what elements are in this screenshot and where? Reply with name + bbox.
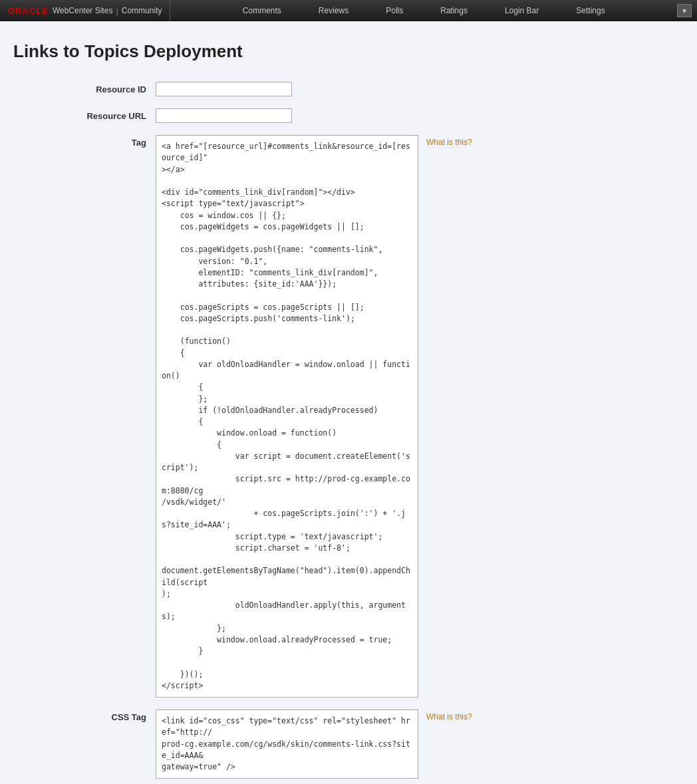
nav-login-bar[interactable]: Login Bar — [486, 0, 557, 21]
tag-label: Tag — [67, 135, 146, 148]
nav-settings[interactable]: Settings — [557, 0, 623, 21]
brand-webcenter: WebCenter Sites — [53, 6, 113, 15]
nav-polls[interactable]: Polls — [367, 0, 422, 21]
resource-id-label: Resource ID — [67, 84, 146, 94]
main-content: Links to Topics Deployment Resource ID R… — [0, 21, 697, 784]
brand-area: ORACLE WebCenter Sites | Community — [0, 0, 170, 21]
tag-row: Tag <a href="[resource_url]#comments_lin… — [13, 135, 684, 698]
tag-code-box: <a href="[resource_url]#comments_link&re… — [156, 135, 418, 698]
tag-what-is-this[interactable]: What is this? — [426, 135, 472, 147]
nav-reviews[interactable]: Reviews — [300, 0, 367, 21]
css-tag-row: CSS Tag <link id="cos_css" type="text/cs… — [13, 710, 684, 779]
css-tag-label: CSS Tag — [67, 710, 146, 722]
css-tag-what-is-this[interactable]: What is this? — [426, 710, 472, 721]
nav-ratings[interactable]: Ratings — [422, 0, 486, 21]
resource-url-label: Resource URL — [67, 111, 146, 121]
brand-pipe: | — [116, 6, 118, 16]
nav-right: ▼ — [677, 4, 697, 17]
nav-links: Comments Reviews Polls Ratings Login Bar… — [170, 0, 677, 21]
nav-comments[interactable]: Comments — [224, 0, 300, 21]
resource-id-input[interactable] — [156, 82, 292, 96]
page-title: Links to Topics Deployment — [13, 41, 684, 62]
css-tag-code-box: <link id="cos_css" type="text/css" rel="… — [156, 710, 418, 779]
resource-id-row: Resource ID — [13, 82, 684, 96]
dropdown-button[interactable]: ▼ — [677, 4, 692, 17]
brand-community: Community — [122, 6, 162, 15]
resource-url-row: Resource URL — [13, 108, 684, 123]
oracle-logo: ORACLE — [8, 6, 49, 16]
resource-url-input[interactable] — [156, 108, 292, 123]
navbar: ORACLE WebCenter Sites | Community Comme… — [0, 0, 697, 21]
